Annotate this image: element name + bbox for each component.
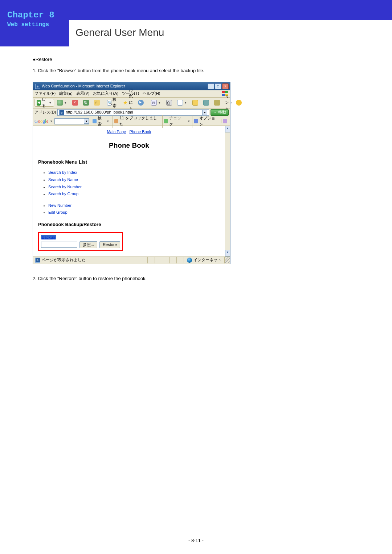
home-icon bbox=[94, 100, 100, 106]
chevron-down-icon: ▾ bbox=[49, 100, 52, 105]
google-toolbar: Google ▾ ▾ 検索▾ 11 をブロックしました チェック ▾ オプション bbox=[33, 117, 230, 126]
google-link[interactable] bbox=[221, 119, 229, 123]
phonebook-title: Phone Book bbox=[38, 140, 220, 151]
back-label: 戻る bbox=[42, 97, 48, 109]
star-icon: ★ bbox=[123, 100, 128, 106]
maximize-button[interactable]: □ bbox=[215, 83, 221, 89]
link-search-name[interactable]: Search by Name bbox=[48, 177, 78, 182]
google-logo: Google bbox=[34, 118, 48, 125]
scroll-down-button[interactable] bbox=[225, 250, 230, 257]
chapter-subtitle: Web settings bbox=[7, 21, 69, 28]
phonebook-link-list-1: Search by Index Search by Name Search by… bbox=[48, 169, 220, 197]
crumb-phone-book[interactable]: Phone Book bbox=[129, 130, 151, 134]
menu-favorites[interactable]: お気に入り(A) bbox=[93, 90, 118, 97]
crumb-main-page[interactable]: Main Page bbox=[107, 130, 126, 134]
scroll-up-button[interactable] bbox=[225, 126, 230, 132]
search-label: 検索 bbox=[113, 97, 118, 109]
favorites-button[interactable]: ★お気に入り bbox=[121, 99, 135, 107]
step-1-text: 1. Click the "Browse" button from the ph… bbox=[33, 67, 359, 75]
browse-button[interactable]: 参照... bbox=[79, 241, 97, 248]
section-heading: ●Restore bbox=[33, 56, 359, 63]
address-label: アドレス(D) bbox=[34, 109, 56, 116]
doc-header: Chapter 8 Web settings General User Menu bbox=[0, 0, 392, 46]
mail-button[interactable]: ▾ bbox=[149, 99, 163, 107]
media-button[interactable] bbox=[136, 99, 146, 107]
restore-highlight-box: Backup 参照... Restore bbox=[38, 232, 123, 251]
google-chevron-icon[interactable]: ▾ bbox=[50, 119, 53, 124]
edit-button[interactable]: ▾ bbox=[175, 99, 189, 107]
page-number: - 8-11 - bbox=[0, 538, 392, 543]
print-icon bbox=[166, 100, 172, 106]
cube-button[interactable] bbox=[201, 99, 211, 107]
g-search-icon bbox=[93, 119, 97, 123]
forward-button[interactable]: ▾ bbox=[55, 99, 69, 107]
status-text: ページが表示されました bbox=[42, 257, 86, 263]
mail-icon bbox=[151, 100, 157, 106]
g-check-icon bbox=[164, 119, 168, 123]
link-search-number[interactable]: Search by Number bbox=[48, 185, 82, 189]
page-icon bbox=[59, 110, 64, 115]
back-button[interactable]: 戻る ▾ bbox=[34, 99, 54, 107]
page-content: Main Page Phone Book Phone Book Phoneboo… bbox=[33, 126, 230, 257]
phonebook-link-list-2: New Number Edit Group bbox=[48, 202, 220, 216]
toolbar: 戻る ▾ ▾ 検索 ★お気に入り ▾ ▾ リンク » bbox=[33, 98, 230, 108]
menu-list-heading: Phonebook Menu List bbox=[38, 159, 220, 166]
refresh-button[interactable] bbox=[81, 99, 91, 107]
gear-button[interactable] bbox=[212, 99, 222, 107]
print-button[interactable] bbox=[164, 99, 174, 107]
menu-file[interactable]: ファイル(F) bbox=[34, 90, 56, 97]
status-bar: ページが表示されました インターネット bbox=[33, 257, 230, 264]
link-edit-group[interactable]: Edit Group bbox=[48, 210, 68, 214]
home-button[interactable] bbox=[92, 99, 102, 107]
link-search-group[interactable]: Search by Group bbox=[48, 192, 78, 196]
link-search-index[interactable]: Search by Index bbox=[48, 170, 77, 175]
edit-icon bbox=[177, 100, 183, 106]
breadcrumb: Main Page Phone Book bbox=[38, 129, 220, 135]
refresh-icon bbox=[83, 100, 89, 106]
backup-heading: Phonebook Backup/Restore bbox=[38, 221, 220, 229]
menu-help[interactable]: ヘルプ(H) bbox=[143, 90, 160, 97]
stop-icon bbox=[72, 100, 78, 106]
close-button[interactable]: × bbox=[222, 83, 229, 89]
media-icon bbox=[138, 100, 144, 106]
norton-button[interactable] bbox=[234, 99, 244, 107]
links-chevron-icon: » bbox=[230, 100, 233, 105]
g-block-icon bbox=[114, 119, 118, 123]
status-page-icon bbox=[35, 258, 40, 263]
doc-body: ●Restore 1. Click the "Browse" button fr… bbox=[0, 46, 392, 282]
g-link-icon bbox=[223, 119, 227, 123]
header-left: Chapter 8 Web settings bbox=[0, 0, 69, 46]
norton-icon bbox=[236, 100, 242, 106]
page-title: General User Menu bbox=[75, 27, 392, 38]
internet-zone-icon bbox=[187, 258, 192, 263]
ie-window: Web Configuration - Microsoft Internet E… bbox=[33, 82, 230, 264]
folder-button[interactable] bbox=[190, 99, 200, 107]
forward-icon bbox=[57, 100, 63, 106]
back-arrow-icon bbox=[37, 100, 41, 106]
folder-icon bbox=[192, 100, 198, 106]
gear-icon bbox=[214, 100, 220, 106]
search-button[interactable]: 検索 bbox=[105, 99, 120, 107]
g-options-icon bbox=[194, 119, 198, 123]
backup-link[interactable]: Backup bbox=[41, 235, 56, 239]
window-title: Web Configuration - Microsoft Internet E… bbox=[42, 83, 125, 90]
stop-button[interactable] bbox=[70, 99, 80, 107]
restore-file-input[interactable] bbox=[41, 242, 77, 248]
ie-icon bbox=[35, 84, 40, 89]
header-right: General User Menu bbox=[69, 20, 392, 46]
minimize-button[interactable]: _ bbox=[208, 83, 214, 89]
link-new-number[interactable]: New Number bbox=[48, 203, 72, 208]
menu-view[interactable]: 表示(V) bbox=[76, 90, 90, 97]
cube-icon bbox=[203, 100, 209, 106]
restore-button[interactable]: Restore bbox=[99, 241, 120, 248]
menu-edit[interactable]: 編集(E) bbox=[59, 90, 73, 97]
google-search-input[interactable]: ▾ bbox=[54, 118, 89, 124]
chapter-label: Chapter 8 bbox=[7, 10, 69, 20]
status-zone: インターネット bbox=[193, 257, 221, 263]
address-dropdown-icon[interactable]: ▾ bbox=[202, 110, 207, 115]
step-2-text: 2. Click the "Restore" button to restore… bbox=[33, 275, 359, 283]
search-icon bbox=[107, 100, 111, 106]
resize-grip[interactable] bbox=[224, 257, 230, 263]
